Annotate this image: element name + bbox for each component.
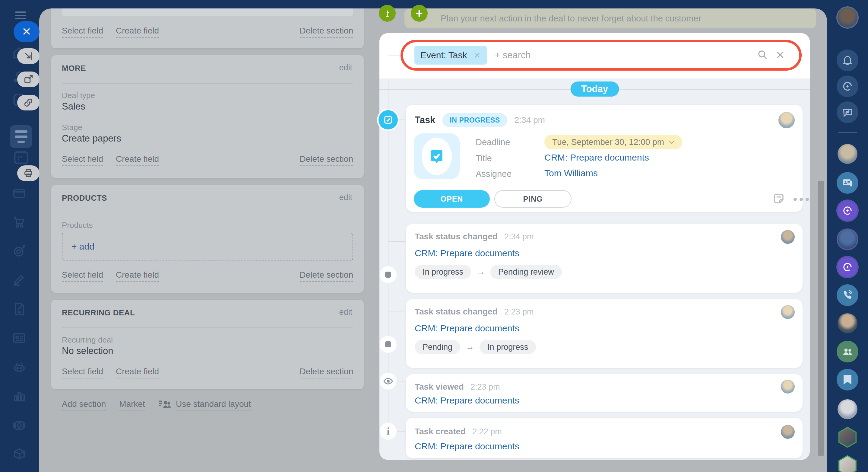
close-button[interactable]: ✕ — [13, 21, 39, 42]
ping-button[interactable]: PING — [494, 190, 571, 208]
market-link[interactable]: Market — [119, 399, 145, 411]
event-time: 2:23 pm — [504, 307, 534, 317]
delete-section-link[interactable]: Delete section — [300, 270, 353, 282]
status-change-icon — [380, 336, 397, 353]
avatar[interactable] — [781, 425, 795, 439]
open-in-new-button[interactable] — [17, 71, 39, 87]
add-section-link[interactable]: Add section — [62, 399, 106, 411]
wallet-icon — [12, 186, 27, 202]
bookmark-channel-icon[interactable] — [837, 369, 858, 390]
more-actions-icon[interactable] — [794, 198, 809, 201]
section-title: RECURRING DEAL — [62, 308, 135, 318]
phone-call-icon[interactable] — [837, 284, 858, 306]
event-title: Task status changed — [415, 307, 498, 317]
delete-section-link[interactable]: Delete section — [300, 367, 353, 379]
menu-icon[interactable] — [15, 11, 26, 19]
status-from: Pending — [415, 340, 460, 354]
profile-avatar[interactable] — [838, 7, 858, 27]
event-title: Task status changed — [415, 232, 498, 241]
arrow-icon: → — [466, 342, 474, 352]
avatar[interactable] — [781, 305, 795, 319]
copilot-chat-icon[interactable] — [838, 201, 857, 220]
field-value[interactable]: Sales — [62, 101, 85, 112]
document-edit-icon — [12, 302, 27, 318]
search-icon[interactable] — [757, 49, 768, 61]
add-activity-button[interactable]: + — [411, 5, 428, 22]
task-link[interactable]: CRM: Prepare documents — [415, 323, 519, 333]
scrollbar-thumb[interactable] — [818, 181, 824, 456]
edit-link[interactable]: edit — [339, 63, 352, 72]
chat-avatar[interactable] — [838, 230, 857, 249]
copilot-chat-icon[interactable] — [838, 258, 857, 277]
viewed-eye-icon — [380, 373, 397, 390]
group-chat-icon[interactable] — [837, 341, 858, 362]
form-footer: Add section Market Use standard layout — [62, 399, 251, 411]
print-button[interactable] — [17, 166, 39, 181]
task-link[interactable]: CRM: Prepare documents — [415, 248, 519, 258]
chip-remove-icon[interactable]: ✕ — [474, 50, 481, 60]
section-title: MORE — [62, 64, 86, 73]
chat-avatar[interactable] — [838, 399, 858, 419]
task-title-link[interactable]: CRM: Prepare documents — [545, 152, 649, 163]
stage-icon — [379, 5, 396, 22]
assignee-link[interactable]: Tom Williams — [545, 168, 598, 178]
status-to: Pending review — [490, 265, 562, 279]
contact-card-icon[interactable] — [837, 172, 858, 194]
section-products: PRODUCTS edit Products + add Select fiel… — [51, 185, 364, 293]
divider — [62, 83, 353, 84]
add-product-link[interactable]: + add — [71, 241, 94, 252]
event-card: Task status changed 2:34 pm CRM: Prepare… — [406, 224, 803, 293]
field-label: Title — [476, 153, 492, 163]
hexagon-chat-avatar[interactable] — [837, 455, 858, 472]
edit-link[interactable]: edit — [339, 307, 352, 317]
delete-section-link[interactable]: Delete section — [300, 26, 353, 38]
chat-avatar[interactable] — [838, 144, 858, 164]
collapse-button[interactable] — [17, 48, 39, 64]
status-badge: IN PROGRESS — [442, 113, 507, 127]
field-value[interactable]: Create papers — [62, 133, 121, 144]
create-field-link[interactable]: Create field — [116, 26, 159, 38]
create-field-link[interactable]: Create field — [116, 367, 159, 379]
field-input[interactable] — [62, 8, 353, 16]
status-from: In progress — [415, 265, 471, 279]
deadline-value[interactable]: Tue, September 30, 12:00 pm — [545, 135, 682, 149]
avatar[interactable] — [781, 230, 795, 244]
section-more: MORE edit Deal type Sales Stage Create p… — [51, 55, 364, 178]
rail-connector — [389, 241, 406, 242]
avatar[interactable] — [778, 112, 795, 128]
chat-avatar[interactable] — [838, 313, 858, 333]
add-product-box[interactable]: + add — [62, 233, 353, 261]
chat-transfer-icon[interactable] — [837, 101, 858, 123]
copy-link-button[interactable] — [17, 95, 39, 111]
status-to: In progress — [479, 340, 536, 354]
clear-search-icon[interactable]: ✕ — [776, 50, 785, 61]
filter-chip[interactable]: Event: Task ✕ — [414, 46, 487, 65]
next-action-banner: Plan your next action in the deal to nev… — [404, 8, 816, 28]
task-link[interactable]: CRM: Prepare documents — [415, 395, 519, 406]
filter-button[interactable] — [10, 125, 32, 148]
edit-link[interactable]: edit — [339, 193, 352, 202]
task-event-icon — [378, 110, 398, 129]
select-field-link[interactable]: Select field — [62, 367, 103, 379]
open-button[interactable]: OPEN — [414, 190, 490, 208]
select-field-link[interactable]: Select field — [62, 270, 103, 282]
copilot-icon[interactable] — [837, 76, 858, 97]
use-standard-layout-link[interactable]: Use standard layout — [176, 399, 251, 411]
field-value[interactable]: No selection — [62, 346, 114, 356]
bar-chart-icon — [12, 389, 27, 404]
avatar[interactable] — [781, 380, 795, 393]
select-field-link[interactable]: Select field — [62, 154, 103, 166]
target-icon — [12, 244, 27, 260]
field-label: Deadline — [476, 137, 510, 147]
hexagon-chat-avatar[interactable] — [837, 427, 858, 448]
create-field-link[interactable]: Create field — [116, 154, 159, 166]
chevron-down-icon — [669, 141, 674, 144]
select-field-link[interactable]: Select field — [62, 26, 103, 38]
notifications-bell-icon[interactable] — [837, 50, 858, 71]
search-placeholder[interactable]: + search — [495, 50, 531, 61]
status-change-icon — [380, 266, 397, 283]
create-field-link[interactable]: Create field — [116, 270, 159, 282]
task-link[interactable]: CRM: Prepare documents — [415, 441, 519, 451]
delete-section-link[interactable]: Delete section — [300, 154, 353, 166]
note-icon[interactable] — [772, 192, 785, 206]
